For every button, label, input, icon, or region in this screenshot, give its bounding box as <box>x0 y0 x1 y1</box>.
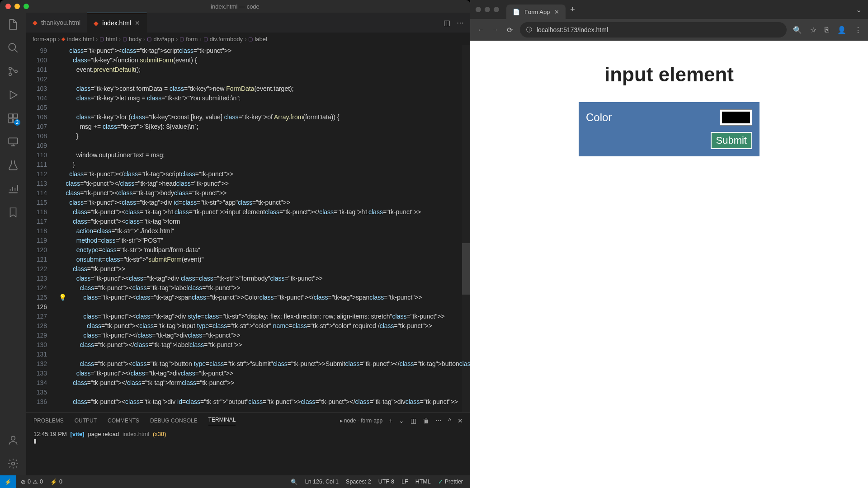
window-title: index.html — code <box>211 3 259 10</box>
terminal-task[interactable]: node - form-app <box>344 418 382 424</box>
reload-icon[interactable]: ⟳ <box>505 26 514 34</box>
status-cursor[interactable]: Ln 126, Col 1 <box>305 479 339 485</box>
panel-tab-terminal[interactable]: TERMINAL <box>208 417 236 425</box>
minimap[interactable] <box>462 45 470 412</box>
site-info-icon[interactable]: ⓘ <box>526 26 532 34</box>
crumb[interactable]: label <box>255 36 267 42</box>
form-box: Color Submit <box>579 102 760 156</box>
url-text: localhost:5173/index.html <box>537 26 608 33</box>
tabs-dropdown-icon[interactable]: ⌄ <box>856 5 862 14</box>
split-terminal-icon[interactable]: ◫ <box>410 417 416 424</box>
status-prettier[interactable]: ✓ Prettier <box>438 479 463 485</box>
status-ports[interactable]: ⚡ 0 <box>50 479 62 485</box>
code-editor[interactable]: 9910010110210310410510610710810911011111… <box>26 45 470 412</box>
back-icon[interactable]: ← <box>476 26 485 34</box>
svg-rect-4 <box>9 114 13 118</box>
install-app-icon[interactable]: ⎘ <box>825 26 829 34</box>
status-eol[interactable]: LF <box>401 479 408 485</box>
terminal-dropdown-icon[interactable]: ⌄ <box>399 417 404 424</box>
svg-point-3 <box>15 70 17 72</box>
traffic-zoom-icon[interactable] <box>24 4 29 9</box>
crumb[interactable]: form-app <box>33 36 56 42</box>
account-icon[interactable] <box>7 434 19 446</box>
test-icon[interactable] <box>7 159 19 172</box>
crumb[interactable]: div#app <box>153 36 174 42</box>
new-terminal-icon[interactable]: + <box>389 417 392 424</box>
html-file-icon: ◆ <box>61 36 65 42</box>
profile-icon[interactable]: 👤 <box>837 26 846 34</box>
menu-icon[interactable]: ⋮ <box>854 26 862 34</box>
traffic-minimize-icon[interactable] <box>485 7 490 12</box>
submit-button[interactable]: Submit <box>711 132 752 149</box>
traffic-zoom-icon[interactable] <box>494 7 499 12</box>
terminal-body[interactable]: 12:45:19 PM [vite] page reload index.htm… <box>26 429 470 475</box>
svg-point-2 <box>9 73 11 75</box>
crumb[interactable]: html <box>106 36 117 42</box>
status-errors[interactable]: ⊘ 0 ⚠ 0 <box>21 479 43 485</box>
svg-point-0 <box>9 43 15 50</box>
line-gutter: 9910010110210310410510610710810911011111… <box>26 45 55 412</box>
html-file-icon: ◆ <box>33 19 38 26</box>
close-tab-icon[interactable]: ✕ <box>554 9 559 15</box>
browser-viewport: input element Color Submit <box>470 41 868 488</box>
address-bar[interactable]: ⓘ localhost:5173/index.html <box>520 22 787 38</box>
new-tab-icon[interactable]: + <box>570 5 575 14</box>
forward-icon[interactable]: → <box>491 26 499 34</box>
terminal-file: index.html <box>123 431 149 437</box>
traffic-minimize-icon[interactable] <box>14 4 20 9</box>
status-spaces[interactable]: Spaces: 2 <box>346 479 371 485</box>
status-lang[interactable]: HTML <box>415 479 431 485</box>
status-encoding[interactable]: UTF-8 <box>378 479 394 485</box>
browser-tab[interactable]: 📄 Form App ✕ <box>506 5 566 19</box>
split-editor-icon[interactable]: ◫ <box>443 19 450 27</box>
maximize-panel-icon[interactable]: ^ <box>448 417 451 424</box>
close-panel-icon[interactable]: ✕ <box>458 417 463 424</box>
crumb[interactable]: form <box>186 36 198 42</box>
status-search[interactable]: 🔍 <box>291 479 298 485</box>
more-icon[interactable]: ⋯ <box>457 19 464 27</box>
browser-tabstrip: 📄 Form App ✕ + ⌄ <box>470 0 868 19</box>
remote-explorer-icon[interactable] <box>7 136 19 148</box>
extensions-badge: 2 <box>14 119 20 126</box>
tab-index[interactable]: ◆ index.html ✕ <box>87 13 147 33</box>
search-icon[interactable] <box>7 42 19 54</box>
crumb[interactable]: body <box>129 36 142 42</box>
code-area[interactable]: class="tk-punct"><class="tk-tag">scriptc… <box>55 45 470 412</box>
panel-tab-output[interactable]: OUTPUT <box>75 418 97 424</box>
panel-tab-comments[interactable]: COMMENTS <box>108 418 139 424</box>
tab-label: index.html <box>102 19 131 27</box>
bookmark-icon[interactable]: ☆ <box>810 26 816 34</box>
explorer-icon[interactable] <box>7 18 19 31</box>
zoom-icon[interactable]: 🔍 <box>793 26 802 34</box>
graph-icon[interactable] <box>7 183 19 195</box>
svg-point-10 <box>12 462 15 465</box>
kill-terminal-icon[interactable]: 🗑 <box>423 417 429 424</box>
color-input[interactable] <box>720 109 752 126</box>
remote-indicator[interactable]: ⚡ <box>0 475 16 488</box>
run-debug-icon[interactable] <box>7 89 19 101</box>
source-control-icon[interactable] <box>7 65 19 78</box>
svg-rect-5 <box>14 114 18 118</box>
close-icon[interactable]: ✕ <box>135 19 140 27</box>
page-favicon-icon: 📄 <box>513 9 520 15</box>
more-icon[interactable]: ⋯ <box>435 417 442 424</box>
breadcrumbs[interactable]: form-app› ◆index.html› ▢html› ▢body› ▢di… <box>26 33 470 45</box>
terminal-count: (x38) <box>153 431 166 437</box>
tab-thankyou[interactable]: ◆ thankyou.html <box>26 13 87 33</box>
panel-tab-debug[interactable]: DEBUG CONSOLE <box>150 418 198 424</box>
crumb[interactable]: div.formbody <box>210 36 243 42</box>
crumb[interactable]: index.html <box>67 36 94 42</box>
gear-icon[interactable] <box>7 457 19 470</box>
editor-tabs: ◆ thankyou.html ◆ index.html ✕ ◫ ⋯ <box>26 13 470 33</box>
bottom-panel: PROBLEMS OUTPUT COMMENTS DEBUG CONSOLE T… <box>26 412 470 475</box>
bookmark-icon[interactable] <box>7 206 19 219</box>
panel-tab-problems[interactable]: PROBLEMS <box>33 418 64 424</box>
tab-label: thankyou.html <box>41 19 80 26</box>
browser-tab-title: Form App <box>524 9 550 15</box>
extensions-icon[interactable]: 2 <box>7 112 19 125</box>
terminal-tag: [vite] <box>71 431 85 437</box>
traffic-close-icon[interactable] <box>5 4 11 9</box>
traffic-close-icon[interactable] <box>476 7 481 12</box>
terminal-msg: page reload <box>88 431 119 437</box>
lightbulb-icon[interactable]: 💡 <box>59 293 66 302</box>
